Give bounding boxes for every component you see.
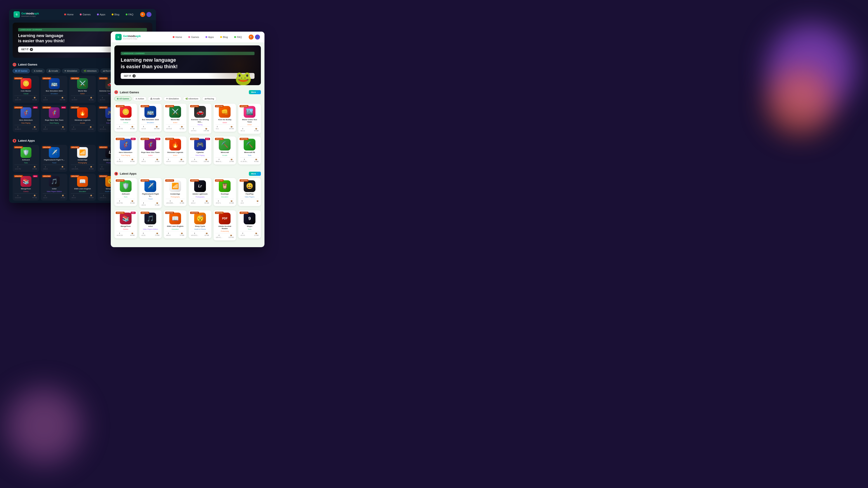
flightradar-light-icon: ✈️ <box>145 180 156 192</box>
light-window: G Getmodsapk download & enjoy Home Games… <box>111 32 265 247</box>
light-app-flightradar[interactable]: UPDATED ✈️ Flightradar24 Flight Tr... Tr… <box>139 178 162 208</box>
light-apps-title: Latest Apps <box>120 172 136 175</box>
light-app-adguard[interactable]: UPDATED 🛡️ AdGuard Tools ⬇v4.3.752 📦33 M… <box>114 178 137 208</box>
light-navbar: G Getmodsapk download & enjoy Home Games… <box>111 32 265 43</box>
light-app-acrobat[interactable]: UPDATED PDF Adobe Acrobat Reader Product… <box>214 210 236 240</box>
light-app-faceplay[interactable]: UPDATED 😄 FacePlay Video Players ⬇v2.8 📦… <box>238 178 261 208</box>
light-app-mast[interactable]: UPDATED 🎵 mAst Video Players Editors ⬇v2… <box>139 210 162 240</box>
light-game-miami[interactable]: UPDATED 🏙️ Miami Crime Vice Town Action … <box>238 104 261 134</box>
light-logo-icon: G <box>115 34 122 40</box>
worldwar-light-icon: ⚔️ <box>169 106 181 118</box>
faq-dot <box>126 13 127 15</box>
light-game-kickbuddy[interactable]: UPDATED 👊 Kick the Buddy Action ⬇v3.1 📦8… <box>214 104 236 134</box>
light-nav-games[interactable]: Games <box>187 35 200 39</box>
light-apps-more-btn[interactable]: More → <box>249 172 261 176</box>
mast-dark-icon: 🎵 <box>49 176 60 187</box>
dark-game-coinmaster[interactable]: UPDATED 🪙 Coin Master Casual ⬇v3.5.770 📦… <box>13 76 39 103</box>
filter-all-games-dark[interactable]: ⊞ All Games <box>13 69 30 73</box>
ropehero-dark-icon: 🦸‍♂️ <box>49 107 60 118</box>
dark-game-heroadv[interactable]: UPDATED MOD 🦸 Hero Adventure Role-Playin… <box>13 105 39 132</box>
light-game-extremecar[interactable]: UPDATED 🚗 Extreme Car Driving Sim... Rac… <box>189 104 211 134</box>
stickman-dark-icon: 🔥 <box>77 107 88 118</box>
kickbuddy-light-icon: 👊 <box>219 106 230 118</box>
faceplay-light-icon: 😄 <box>244 180 255 192</box>
light-hero-btn[interactable]: GET IT ➜ <box>121 73 254 79</box>
filter-action-dark[interactable]: ⚔ Action <box>31 69 45 73</box>
filter-arcade-dark[interactable]: 🕹 Arcade <box>46 69 61 73</box>
light-game-heroadv[interactable]: UPDATED MOD 🦸 Hero Adventure Role-Playin… <box>114 136 137 164</box>
dark-search-button[interactable]: 🔍 <box>140 12 145 17</box>
adguard-light-icon: 🛡️ <box>120 180 131 192</box>
light-app-sleepcycle[interactable]: UPDATED 😴 Sleep Cycle Health & Fitness ⬇… <box>189 210 211 240</box>
dark-app-adguard[interactable]: UPDATED 🛡️ AdGuard Tools ⬇v4.3.752 📦33 M… <box>13 145 39 172</box>
light-nav-home[interactable]: Home <box>171 35 183 39</box>
dark-game-ropehero[interactable]: UPDATED MOD 🦸‍♂️ Rope Hero Vice Town Rol… <box>41 105 67 132</box>
light-game-cyberka[interactable]: UPDATED MOD 🎮 Cyberka Role-Playing ⬇v5.5… <box>189 136 211 164</box>
dark-nav-home[interactable]: Home <box>63 12 75 17</box>
dark-app-mast[interactable]: UPDATED 🎵 mAst Video Players Editors ⬇v2… <box>41 174 67 201</box>
dark-app-instabridge[interactable]: UPDATED 📶 Instabridge Photography ⬇v20.2… <box>69 145 96 172</box>
light-home-dot <box>173 36 175 38</box>
dark-nav-faq[interactable]: FAQ <box>124 12 135 17</box>
light-filter-all[interactable]: ⊞ All Games <box>114 96 131 101</box>
dark-nav-blog[interactable]: Blog <box>110 12 121 17</box>
light-filter-racing[interactable]: 🏎 Racing <box>202 96 217 101</box>
light-logo[interactable]: G Getmodsapk download & enjoy <box>115 34 141 40</box>
dark-nav-links: Home Games Apps Blog FAQ 🔍 👤 <box>63 12 151 17</box>
minecraft-light-icon: ⛏️ <box>219 139 230 151</box>
dark-app-flightradar[interactable]: UPDATED ✈️ Flightradar24 Flight Tr... Tr… <box>41 145 67 172</box>
dark-user-button[interactable]: 👤 <box>147 12 151 17</box>
light-games-more-btn[interactable]: More → <box>249 90 261 94</box>
light-app-instabridge[interactable]: UPDATED 📶 Instabridge Photography ⬇v20.2… <box>164 178 186 208</box>
dark-game-worldwar[interactable]: UPDATED ⚔️ World War Action ⬇v2.4.6.5 📦6… <box>69 76 96 103</box>
light-filter-action[interactable]: ⚔ Action <box>133 96 147 101</box>
light-app-nine[interactable]: UPDATED 9 9Apps Tools ⬇v3.3.3 📦12 MB <box>238 210 261 240</box>
dark-nav-apps[interactable]: Apps <box>96 12 107 17</box>
light-app-ewa[interactable]: UPDATED 📖 EWA Learn English Education ⬇v… <box>164 210 186 240</box>
light-filter-adventure[interactable]: 🌿 Adventure <box>183 96 201 101</box>
light-game-worldwar[interactable]: UPDATED ⚔️ World War Action ⬇v2.4.6.5 📦6… <box>164 104 186 134</box>
instabridge-dark-icon: 📶 <box>77 147 88 158</box>
ewa-dark-icon: 📖 <box>77 176 88 187</box>
light-app-mangatoon[interactable]: UPDATED MOD 📚 MangaToon Comics ⬇v3.22.00… <box>114 210 137 240</box>
ewa-light-icon: 📖 <box>169 213 181 224</box>
dark-apps-title: Latest Apps <box>18 139 35 142</box>
worldwar-icon: ⚔️ <box>77 78 88 89</box>
dark-game-stickman[interactable]: UPDATED 🔥 Stickman Legends Arcade ⬇v3.4.… <box>69 105 96 132</box>
light-filter-arcade[interactable]: 🕹 Arcade <box>148 96 162 101</box>
light-nav-apps[interactable]: Apps <box>204 35 215 39</box>
dark-navbar: G Getmodsapk download & enjoy Home Games… <box>9 9 156 20</box>
mangatoon-dark-icon: 📚 <box>21 176 31 187</box>
sleepcycle-light-icon: 😴 <box>194 213 206 224</box>
light-game-minecraft[interactable]: UPDATED ⛏️ Minecraft Arcade ⬇Beta v1... … <box>214 136 236 164</box>
duolingo-light-icon: 🦉 <box>219 180 230 192</box>
light-faq-dot <box>234 36 236 38</box>
heroadv-dark-icon: 🦸 <box>21 107 31 118</box>
light-filter-simulation[interactable]: ✈ Simulation <box>164 96 182 101</box>
light-nav-blog[interactable]: Blog <box>219 35 229 39</box>
filter-adventure-dark[interactable]: 🌿 Adventure <box>81 69 99 73</box>
dark-app-ewa[interactable]: UPDATED 📖 EWA Learn English Education ⬇v… <box>69 174 96 201</box>
dark-game-bussim[interactable]: UPDATED 🚌 Bus Simulator 2023 Simulation … <box>41 76 67 103</box>
cyberka-light-icon: 🎮 <box>194 139 206 151</box>
light-hero-btn-arrow: ➜ <box>132 74 135 77</box>
light-search-button[interactable]: 🔍 <box>249 35 254 39</box>
dark-logo[interactable]: G Getmodsapk download & enjoy <box>13 11 39 18</box>
scene: G Getmodsapk download & enjoy Home Games… <box>0 0 868 256</box>
light-game-coinmaster[interactable]: UPDATED 🪙 Coin Master Casual ⬇v3.5.770 📦… <box>114 104 137 134</box>
light-game-minecraftpe[interactable]: UPDATED ⛏️ Minecraft PE Tools ⬇v1.20.51.… <box>238 136 261 164</box>
light-game-ropehero[interactable]: UPDATED MOD 🦸‍♂️ Rope Hero Vice Town Act… <box>139 136 162 164</box>
light-game-bussim[interactable]: UPDATED 🚌 Bus Simulator 2023 Simulation … <box>139 104 162 134</box>
dark-nav-games[interactable]: Games <box>79 12 92 17</box>
light-games-row1: UPDATED 🪙 Coin Master Casual ⬇v3.5.770 📦… <box>114 104 261 134</box>
filter-simulation-dark[interactable]: ✈ Simulation <box>62 69 80 73</box>
dark-app-mangatoon[interactable]: UPDATED MOD 📚 MangaToon Comics ⬇v3.22.00… <box>13 174 39 201</box>
light-app-duolingo[interactable]: UPDATED 🦉 Duolingo Education ⬇v5.97.1 📦3… <box>214 178 236 208</box>
light-nav-faq[interactable]: FAQ <box>233 35 243 39</box>
light-user-button[interactable]: 👤 <box>255 35 260 39</box>
dark-apps-icon: 📱 <box>13 139 16 142</box>
light-game-stickman[interactable]: UPDATED 🔥 Stickman Legends Action ⬇v3.4.… <box>164 136 186 164</box>
coinmaster-light-icon: 🪙 <box>120 106 131 118</box>
light-app-lightroom[interactable]: UPDATED Lr Adobe Lightroom Photography ⬇… <box>189 178 211 208</box>
minecraftpe-light-icon: ⛏️ <box>244 139 255 151</box>
